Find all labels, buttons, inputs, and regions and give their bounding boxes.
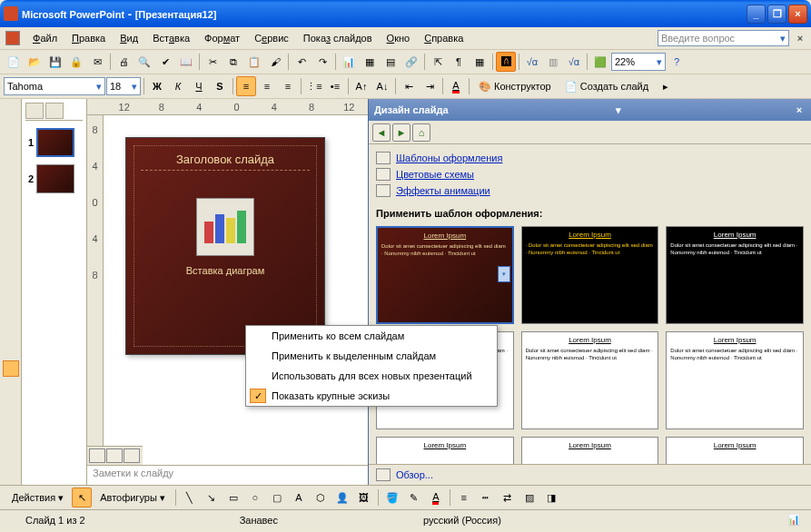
diagram-button[interactable]: ⬡	[311, 488, 331, 507]
color-button[interactable]: 🅰	[496, 52, 516, 72]
context-menu-item[interactable]: ✓Показать крупные эскизы	[246, 386, 497, 406]
template-thumbnail[interactable]: Lorem IpsumDolor sit amet consectetuer a…	[376, 226, 514, 324]
menu-file[interactable]: Файл	[25, 30, 64, 46]
actions-button[interactable]: Действия ▾	[5, 488, 70, 507]
decrease-font-button[interactable]: A↓	[372, 76, 392, 96]
print-button[interactable]: 🖨	[114, 52, 134, 72]
equation2-button[interactable]: ▥	[543, 52, 563, 72]
picture-button[interactable]: 🖼	[354, 488, 374, 507]
arrow-button[interactable]: ↘	[202, 488, 222, 507]
browse-link[interactable]: Обзор...	[369, 464, 811, 485]
zoom-combo[interactable]: 22%	[611, 53, 666, 71]
close-doc-button[interactable]: ×	[793, 31, 807, 45]
preview-button[interactable]: 🔍	[134, 52, 154, 72]
slide-area[interactable]: Заголовок слайда Вставка диаграм	[104, 115, 368, 465]
grid-button[interactable]: ▦	[470, 52, 490, 72]
fill-color-button[interactable]: 🪣	[382, 488, 402, 507]
close-button[interactable]: ×	[788, 5, 807, 24]
oval-button[interactable]: ○	[245, 488, 265, 507]
rail-btn-8[interactable]	[3, 339, 19, 355]
decrease-indent-button[interactable]: ⇤	[399, 76, 419, 96]
fontsize-combo[interactable]: 18	[106, 77, 141, 95]
menu-format[interactable]: Формат	[197, 30, 247, 46]
email-button[interactable]: ✉	[87, 52, 107, 72]
thumbnail[interactable]: 2	[25, 164, 83, 193]
new-button[interactable]: 📄	[4, 52, 24, 72]
equation3-button[interactable]: √α	[564, 52, 584, 72]
increase-font-button[interactable]: A↑	[351, 76, 371, 96]
template-thumbnail[interactable]: Lorem Ipsum· Dolor sit amet consectetuer…	[521, 226, 659, 324]
slide-subtitle[interactable]: Вставка диаграм	[141, 265, 310, 276]
view-sorter-button[interactable]	[106, 448, 123, 463]
font-combo[interactable]: Tahoma	[4, 77, 105, 95]
font-color-button[interactable]: A	[446, 76, 466, 96]
format-painter-button[interactable]: 🖌	[265, 52, 285, 72]
paste-button[interactable]: 📋	[244, 52, 264, 72]
help-question-input[interactable]: Введите вопрос	[658, 30, 789, 46]
line-button[interactable]: ╲	[180, 488, 200, 507]
slide-title[interactable]: Заголовок слайда	[141, 153, 310, 171]
rail-btn-4[interactable]	[3, 168, 19, 184]
bold-button[interactable]: Ж	[147, 76, 167, 96]
dash-style-button[interactable]: ┅	[476, 488, 496, 507]
research-button[interactable]: 📖	[176, 52, 196, 72]
cut-button[interactable]: ✂	[203, 52, 223, 72]
nav-back-button[interactable]: ◄	[372, 123, 391, 142]
chart-placeholder-icon[interactable]	[196, 198, 254, 256]
expand-button[interactable]: ⇱	[428, 52, 448, 72]
thumb-image[interactable]	[36, 128, 74, 157]
status-icon[interactable]: 📊	[784, 510, 804, 530]
view-normal-button[interactable]	[89, 448, 105, 463]
menu-help[interactable]: Справка	[417, 30, 470, 46]
template-thumbnail[interactable]: Lorem Ipsum	[376, 437, 514, 464]
rail-btn-7[interactable]	[3, 317, 19, 333]
context-menu-item[interactable]: Применить ко всем слайдам	[246, 326, 497, 346]
thumb-image[interactable]	[36, 164, 74, 193]
line-color-button[interactable]: ✎	[404, 488, 424, 507]
context-menu-item[interactable]: Применить к выделенным слайдам	[246, 346, 497, 366]
copy-button[interactable]: ⧉	[223, 52, 243, 72]
undo-button[interactable]: ↶	[292, 52, 312, 72]
view-slideshow-button[interactable]	[124, 448, 140, 463]
rail-btn-1[interactable]	[3, 103, 19, 119]
status-lang[interactable]: русский (Россия)	[405, 515, 519, 526]
font-color-draw-button[interactable]: A	[426, 488, 446, 507]
textbox-button[interactable]: ▢	[267, 488, 287, 507]
open-button[interactable]: 📂	[25, 52, 45, 72]
hyperlink-button[interactable]: 🔗	[401, 52, 421, 72]
help-button[interactable]: ?	[667, 52, 687, 72]
notes-pane[interactable]: Заметки к слайду	[87, 465, 368, 485]
menu-slideshow[interactable]: Показ слайдов	[296, 30, 380, 46]
rail-btn-6[interactable]	[3, 271, 19, 288]
taskpane-dropdown[interactable]: ▾	[612, 104, 625, 116]
spellcheck-button[interactable]: ✔	[155, 52, 175, 72]
menu-view[interactable]: Вид	[113, 30, 145, 46]
save-button[interactable]: 💾	[45, 52, 65, 72]
shadow-style-button[interactable]: ▨	[519, 488, 539, 507]
menu-edit[interactable]: Правка	[64, 30, 113, 46]
chart-button[interactable]: 📊	[339, 52, 359, 72]
autoshapes-button[interactable]: Автофигуры ▾	[94, 488, 172, 507]
minimize-button[interactable]: _	[747, 5, 766, 24]
underline-button[interactable]: Ч	[189, 76, 209, 96]
increase-indent-button[interactable]: ⇥	[420, 76, 440, 96]
align-right-button[interactable]: ≡	[278, 76, 298, 96]
taskpane-close-button[interactable]: ×	[793, 104, 806, 115]
nav-home-button[interactable]: ⌂	[412, 123, 430, 142]
select-button[interactable]: ↖	[72, 488, 92, 507]
rail-btn-active[interactable]	[3, 360, 19, 377]
slide[interactable]: Заголовок слайда Вставка диаграм	[125, 137, 325, 355]
flag-button[interactable]: 🟩	[590, 52, 610, 72]
equation1-button[interactable]: √α	[522, 52, 542, 72]
line-style-button[interactable]: ≡	[454, 488, 474, 507]
menu-insert[interactable]: Вставка	[145, 30, 197, 46]
bullets-button[interactable]: •≡	[325, 76, 345, 96]
template-thumbnail[interactable]: Lorem IpsumDolor sit amet consectetuer a…	[521, 331, 659, 429]
tab-slides[interactable]	[45, 103, 64, 119]
align-left-button[interactable]: ≡	[236, 76, 256, 96]
taskpane-link[interactable]: Эффекты анимации	[376, 182, 804, 199]
thumbnail[interactable]: 1	[25, 128, 83, 157]
rectangle-button[interactable]: ▭	[223, 488, 243, 507]
toolbar-options-button[interactable]: ▸	[656, 76, 676, 96]
align-center-button[interactable]: ≡	[257, 76, 277, 96]
